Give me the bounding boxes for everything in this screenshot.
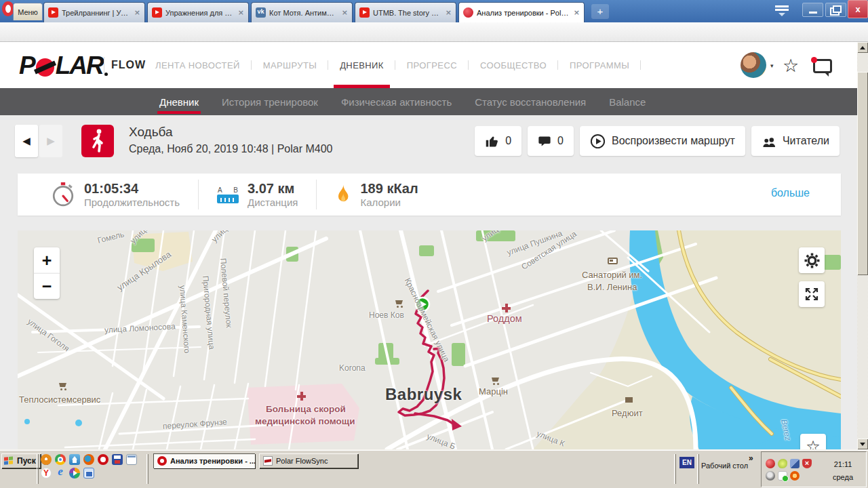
browser-tab[interactable]: Анализ тренировки - Polar F ×	[458, 2, 585, 22]
subnav-item[interactable]: История тренировок	[210, 88, 330, 115]
activity-buttons: 0 0 Воспроизвести маршрут Читатели	[475, 126, 840, 156]
nav-item[interactable]: ЛЕНТА НОВОСТЕЙ	[144, 42, 252, 88]
city-label: Babruysk	[385, 385, 462, 404]
quicklaunch-icon[interactable]	[98, 454, 108, 465]
quicklaunch-icon[interactable]	[126, 454, 137, 465]
tray-icon[interactable]	[790, 459, 800, 468]
tab-favicon	[256, 7, 266, 18]
tab-close-icon[interactable]: ×	[574, 8, 580, 17]
quicklaunch-icon[interactable]	[69, 468, 80, 479]
tray-icon[interactable]	[766, 471, 775, 481]
toolbar-handle[interactable]	[146, 454, 149, 484]
distance-stat: 3.07 кмДистанция	[198, 180, 316, 209]
polar-logo-o-icon	[36, 58, 54, 77]
scroll-up-icon[interactable]	[857, 42, 868, 53]
toolbar-handle[interactable]	[697, 454, 699, 484]
toolbar-overflow-chevron[interactable]: »	[749, 453, 753, 463]
start-button[interactable]: Пуск	[1, 453, 41, 468]
polar-logo[interactable]: PLAR	[19, 52, 108, 80]
new-tab-button[interactable]: +	[591, 4, 609, 19]
thumbs-up-icon	[485, 134, 499, 148]
nav-item[interactable]: МАРШРУТЫ	[252, 42, 328, 88]
tab-favicon	[48, 7, 58, 18]
nav-item[interactable]: ПРОГРЕСС	[395, 42, 469, 88]
nav-item[interactable]: ДНЕВНИК	[328, 42, 395, 88]
browser-toolbar: ← → ↻ | flow.polar.com/training/analysis…	[0, 22, 868, 42]
activity-subtitle: Среда, Нояб 20, 2019 10:48 | Polar M400	[129, 143, 332, 155]
zoom-out-button[interactable]: −	[34, 273, 60, 299]
tab-title: Упражнения для укреплен	[165, 9, 235, 17]
fullscreen-button[interactable]	[799, 281, 825, 307]
notifications-chat-icon[interactable]	[813, 59, 832, 73]
browser-tab[interactable]: Кот Мотя. Антимышовая ко ×	[251, 2, 353, 22]
quicklaunch-icon[interactable]	[69, 454, 80, 465]
tray-icon[interactable]	[802, 459, 812, 468]
people-icon	[762, 135, 776, 148]
map-settings-button[interactable]	[799, 247, 825, 273]
comment-button[interactable]: 0	[528, 126, 574, 156]
notification-dot	[811, 57, 817, 63]
chevron-down-icon[interactable]: ▾	[770, 62, 774, 69]
desktop-toolbar-label[interactable]: Рабочий стол	[701, 462, 748, 470]
tab-favicon	[152, 7, 162, 18]
page-scrollbar[interactable]	[857, 42, 868, 449]
like-button[interactable]: 0	[475, 126, 521, 156]
quicklaunch-icon[interactable]	[55, 454, 66, 465]
more-link[interactable]: больше	[771, 187, 810, 199]
quicklaunch-icon[interactable]	[41, 468, 52, 479]
scroll-down-icon[interactable]	[857, 439, 868, 449]
main-nav: ЛЕНТА НОВОСТЕЙ МАРШРУТЫ ДНЕВНИК ПРОГРЕСС…	[144, 42, 641, 88]
tray-icon[interactable]	[778, 459, 787, 468]
gear-icon	[804, 253, 820, 268]
tab-close-icon[interactable]: ×	[134, 8, 140, 17]
map-canvas	[18, 230, 841, 449]
favorites-star-icon[interactable]: ☆	[783, 55, 799, 76]
tray-icon[interactable]	[778, 471, 787, 481]
play-route-button[interactable]: Воспроизвести маршрут	[580, 126, 745, 156]
tray-icon[interactable]	[766, 459, 775, 468]
browser-menu-button[interactable]: Меню	[13, 3, 43, 20]
save-route-star-button[interactable]: ☆	[800, 434, 826, 449]
avatar[interactable]	[741, 52, 766, 78]
toolbar-handle[interactable]	[37, 454, 39, 484]
browser-tab[interactable]: Трейлраннинг | Упражнени ×	[43, 2, 145, 22]
browser-tab[interactable]: Упражнения для укреплен ×	[147, 2, 249, 22]
browser-titlebar: Меню Трейлраннинг | Упражнени × Упражнен…	[0, 0, 868, 22]
previous-session-button[interactable]: ◀	[15, 125, 38, 157]
next-session-button[interactable]: ▶	[39, 125, 62, 157]
quicklaunch-icon[interactable]	[112, 454, 123, 465]
scrollbar-thumb[interactable]	[857, 72, 868, 275]
language-indicator[interactable]: EN	[679, 457, 694, 468]
expand-icon	[804, 287, 819, 302]
tab-menu-icon[interactable]	[774, 5, 790, 16]
system-tray: 21:11 среда	[761, 451, 867, 487]
browser-tab[interactable]: UTMB. The story of one finis ×	[355, 2, 456, 22]
clock-day: среда	[825, 471, 861, 484]
taskbar-task-button[interactable]: Анализ тренировки - ...	[153, 453, 255, 468]
zoom-in-button[interactable]: +	[34, 247, 60, 273]
nav-item[interactable]: СООБЩЕСТВО	[469, 42, 558, 88]
quicklaunch-icon[interactable]	[83, 454, 94, 465]
subnav-item[interactable]: Balance	[597, 88, 657, 115]
subnav-item[interactable]: Физическая активность	[330, 88, 463, 115]
toolbar-handle[interactable]	[674, 454, 676, 484]
close-button[interactable]: x	[848, 0, 868, 18]
quicklaunch-icon[interactable]	[41, 454, 52, 465]
route-start-marker	[416, 298, 429, 311]
nav-item[interactable]: ПРОГРАММЫ	[558, 42, 641, 88]
quicklaunch-icon[interactable]	[55, 468, 66, 479]
route-map[interactable]: Гомельулица Черулицаулица Крыловаулица К…	[18, 230, 841, 449]
maximize-button[interactable]	[825, 3, 846, 17]
minimize-button[interactable]	[802, 3, 823, 17]
quicklaunch-icon[interactable]	[83, 468, 94, 479]
tab-close-icon[interactable]: ×	[342, 8, 348, 17]
readers-button[interactable]: Читатели	[751, 126, 840, 156]
subnav-item[interactable]: Дневник	[148, 88, 210, 115]
tab-close-icon[interactable]: ×	[238, 8, 244, 17]
flow-label[interactable]: FLOW	[111, 59, 146, 71]
quick-launch	[41, 454, 144, 479]
subnav-item[interactable]: Статус восстановления	[463, 88, 597, 115]
tab-close-icon[interactable]: ×	[446, 8, 452, 17]
tray-icon[interactable]	[790, 471, 800, 481]
taskbar-task-button[interactable]: Polar FlowSync	[259, 453, 358, 468]
